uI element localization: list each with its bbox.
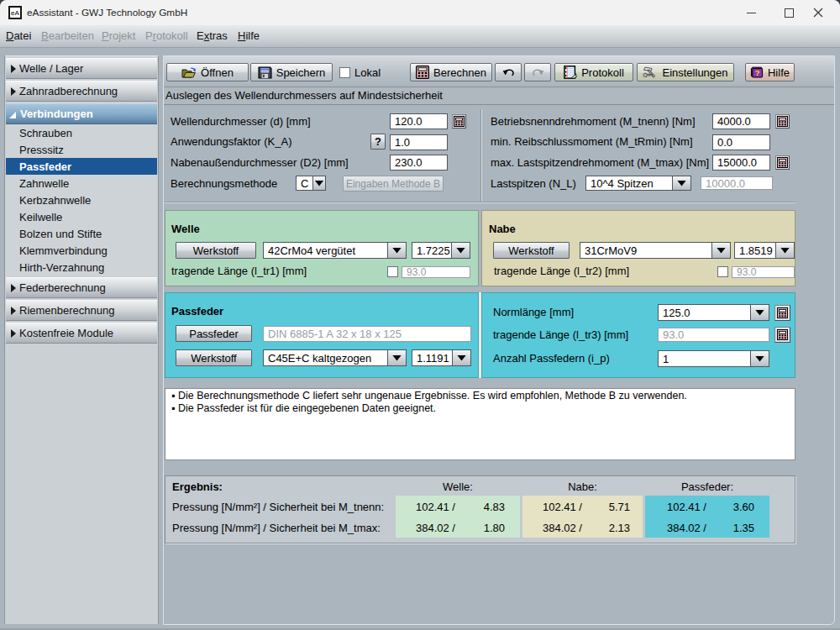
svg-text:?: ? bbox=[755, 68, 760, 77]
